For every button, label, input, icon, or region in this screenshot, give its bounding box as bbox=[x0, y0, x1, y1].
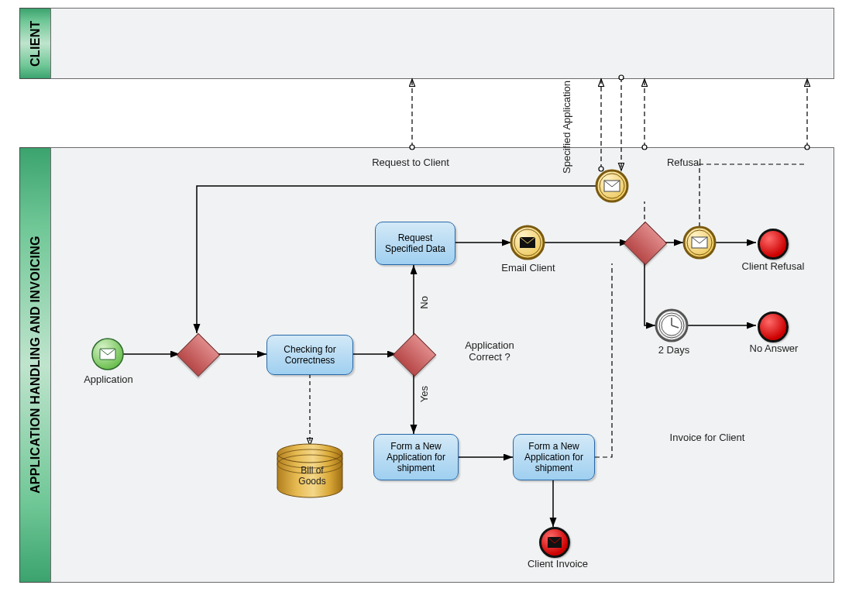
label-app-correct: Application Correct ? bbox=[451, 339, 528, 363]
end-event-client-refusal bbox=[758, 229, 789, 260]
task-form-new-application-1: Form a New Application for shipment bbox=[373, 434, 459, 480]
task-request-specified-data: Request Specified Data bbox=[375, 222, 455, 265]
envelope-icon bbox=[548, 537, 562, 548]
label-2-days: 2 Days bbox=[651, 344, 697, 356]
label-client-invoice: Client Invoice bbox=[519, 558, 596, 570]
label-no-answer: No Answer bbox=[739, 342, 809, 354]
task-form-new-application-2: Form a New Application for shipment bbox=[513, 434, 595, 480]
label-application: Application bbox=[77, 373, 139, 385]
label-specified-application: Specified Application bbox=[561, 81, 576, 174]
label-yes: Yes bbox=[418, 386, 437, 402]
label-request-to-client: Request to Client bbox=[356, 157, 465, 168]
task-checking-correctness: Checking for Correctness bbox=[266, 335, 353, 375]
end-event-client-invoice bbox=[539, 527, 570, 558]
label-client-refusal: Client Refusal bbox=[734, 260, 812, 272]
diagram-canvas: CLIENT APPLICATION HANDLING AND INVOICIN… bbox=[0, 0, 849, 616]
end-event-no-answer bbox=[758, 311, 789, 342]
label-refusal: Refusal bbox=[657, 157, 711, 168]
label-bill-of-goods: Bill of Goods bbox=[293, 465, 332, 487]
label-email-client: Email Client bbox=[497, 262, 559, 274]
label-invoice-for-client: Invoice for Client bbox=[657, 432, 758, 443]
svg-point-24 bbox=[277, 444, 342, 463]
label-no: No bbox=[418, 296, 437, 309]
